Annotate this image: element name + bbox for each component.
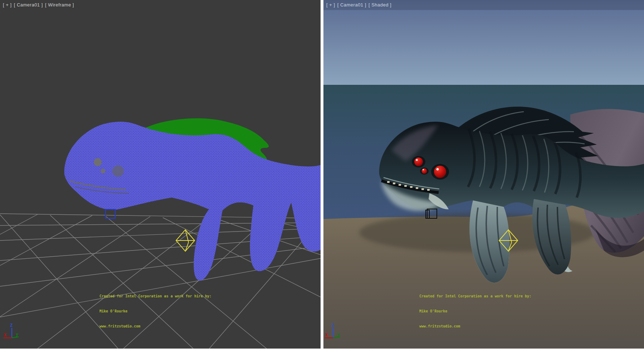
viewport-menu-camera-right[interactable]: [ Camera01 ] [337,2,366,8]
credit-text-left: Created for Intel Corporation as a work … [99,284,211,339]
wireframe-eye-medium [94,158,102,166]
credit-line3-left: www.fritzstudio.com [99,324,211,329]
credit-text-right: Created for Intel Corporation as a work … [419,284,531,339]
max-dual-viewport: [ + ] [ Camera01 ] [ Wireframe ] [0,0,644,350]
credit-line1-left: Created for Intel Corporation as a work … [99,294,211,299]
viewport-menu-general-left[interactable]: [ + ] [3,2,12,8]
axis-z-label-right: Z [331,323,334,328]
axis-tripod-left: Z X y [4,323,19,338]
viewport-wireframe[interactable]: [ + ] [ Camera01 ] [ Wireframe ] [0,0,321,349]
viewport-menu-shading-right[interactable]: [ Shaded ] [369,2,391,8]
sky [323,0,644,85]
fish-eye-small [422,169,427,174]
credit-line2-left: Mike O'Rourke [99,309,211,314]
axis-z-label-left: Z [10,323,13,328]
axis-y-label-right: y [337,332,340,337]
viewport-splitter[interactable] [321,0,323,349]
credit-line3-right: www.fritzstudio.com [419,324,531,329]
axis-y-label-left: y [16,332,18,337]
credit-line1-right: Created for Intel Corporation as a work … [419,294,531,299]
wireframe-eye-small [101,169,106,174]
viewport-label-right: [ + ] [ Camera01 ] [ Shaded ] [326,2,392,8]
viewport-shaded[interactable]: [ + ] [ Camera01 ] [ Shaded ] [323,0,644,349]
viewport-menu-camera-left[interactable]: [ Camera01 ] [14,2,43,8]
axis-x-label-left: X [4,332,7,337]
wireframe-fish[interactable] [64,122,321,281]
viewport-menu-general-right[interactable]: [ + ] [326,2,335,8]
credit-line2-right: Mike O'Rourke [419,309,531,314]
helper-box-left[interactable] [106,209,115,218]
fish-eye-large [434,166,446,178]
axis-x-label-right: X [325,332,328,337]
window-bottom-border [0,349,644,350]
fish-eye-medium [414,157,423,166]
viewport-label-left: [ + ] [ Camera01 ] [ Wireframe ] [3,2,75,8]
viewport-menu-shading-left[interactable]: [ Wireframe ] [45,2,74,8]
wireframe-eye-large [112,165,124,177]
